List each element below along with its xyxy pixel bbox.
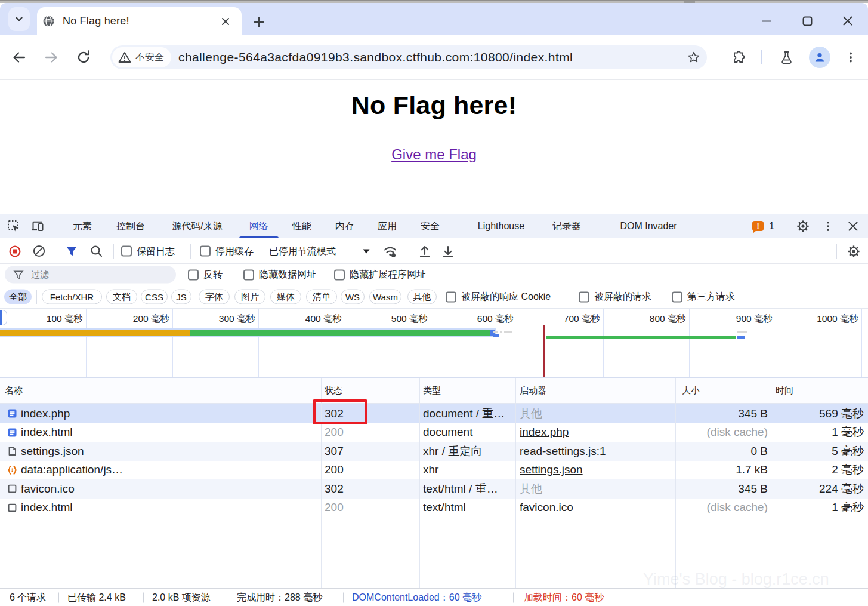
window-minimize-button[interactable] — [746, 10, 787, 32]
table-row[interactable]: favicon.ico302text/html / 重…其他345 B224 毫… — [0, 479, 868, 499]
request-initiator[interactable]: read-settings.js:1 — [520, 445, 606, 458]
preserve-log-checkbox[interactable]: 保留日志 — [121, 245, 175, 257]
bookmark-star-button[interactable] — [682, 45, 706, 69]
devtools-tab-11[interactable]: DOM Invader — [620, 214, 677, 238]
blocked-cookies-checkbox[interactable]: 被屏蔽的响应 Cookie — [446, 291, 551, 303]
record-network-log-button[interactable] — [5, 241, 25, 262]
disable-cache-checkbox[interactable]: 停用缓存 — [200, 245, 254, 257]
document-blue-icon — [7, 408, 17, 419]
devtools-tab-1[interactable]: 元素 — [73, 214, 92, 238]
profile-button[interactable] — [807, 44, 833, 70]
request-name: favicon.ico — [21, 482, 75, 496]
page-content: No Flag here! Give me Flag — [0, 79, 868, 214]
table-row[interactable]: index.html200text/htmlfavicon.ico(disk c… — [0, 499, 868, 518]
column-header-4[interactable]: 启动器 — [520, 378, 673, 404]
devtools-tab-7[interactable]: 应用 — [378, 214, 397, 238]
throttling-value: 已停用节流模式 — [269, 245, 336, 256]
column-separator — [515, 378, 516, 588]
window-close-button[interactable] — [827, 10, 868, 32]
devtools-tab-8[interactable]: 安全 — [421, 214, 440, 238]
overview-time-label: 700 毫秒 — [564, 313, 600, 325]
devtools-more-button[interactable] — [818, 216, 838, 236]
filter-chip-12[interactable]: 其他 — [407, 290, 437, 304]
back-button[interactable] — [7, 45, 31, 69]
hide-data-urls-checkbox-box[interactable] — [243, 269, 254, 280]
table-row[interactable]: index.html200documentindex.php(disk cach… — [0, 423, 868, 442]
filter-chip-6[interactable]: 字体 — [199, 290, 230, 304]
devtools-tab-4[interactable]: 网络 — [249, 214, 268, 238]
clear-network-log-button[interactable] — [29, 241, 49, 262]
preserve-log-checkbox-box[interactable] — [121, 246, 132, 257]
forward-button[interactable] — [39, 45, 63, 69]
filter-chip-9[interactable]: 清单 — [306, 290, 337, 304]
chrome-labs-button[interactable] — [774, 45, 798, 69]
filter-chip-11[interactable]: Wasm — [369, 290, 401, 304]
request-initiator[interactable]: favicon.ico — [520, 501, 573, 514]
invert-checkbox[interactable]: 反转 — [188, 269, 223, 281]
hide-extension-urls-checkbox-box[interactable] — [334, 269, 345, 280]
tab-search-button[interactable] — [8, 7, 30, 31]
filter-chip-3[interactable]: 文档 — [106, 290, 137, 304]
hide-extension-urls-checkbox[interactable]: 隐藏扩展程序网址 — [334, 269, 426, 281]
request-initiator: 其他 — [520, 406, 542, 422]
devtools-settings-button[interactable] — [793, 216, 813, 236]
filter-toggle-button[interactable] — [61, 241, 82, 262]
issues-badge[interactable]: ! 1 — [752, 221, 774, 232]
third-party-checkbox[interactable]: 第三方请求 — [672, 291, 735, 303]
request-initiator[interactable]: index.php — [520, 426, 569, 439]
disable-cache-checkbox-box[interactable] — [200, 246, 211, 257]
devtools-tab-10[interactable]: 记录器 — [552, 214, 581, 238]
gear-icon — [796, 220, 810, 233]
hide-data-urls-checkbox[interactable]: 隐藏数据网址 — [243, 269, 316, 281]
browser-menu-button[interactable] — [839, 45, 863, 69]
window-maximize-button[interactable] — [787, 10, 827, 32]
export-har-button[interactable] — [438, 241, 458, 262]
devtools-tab-2[interactable]: 控制台 — [116, 214, 145, 238]
search-button[interactable] — [86, 241, 106, 262]
filter-input[interactable]: 过滤 — [5, 266, 176, 284]
blocked-requests-checkbox[interactable]: 被屏蔽的请求 — [579, 291, 651, 303]
blocked-requests-checkbox-box[interactable] — [579, 291, 589, 302]
table-row[interactable]: settings.json307xhr / 重定向read-settings.j… — [0, 442, 868, 461]
url-text[interactable]: challenge-564a3acfda0919b3.sandbox.ctfhu… — [178, 50, 682, 64]
devtools-tab-6[interactable]: 内存 — [335, 214, 354, 238]
reload-button[interactable] — [72, 45, 95, 69]
request-initiator[interactable]: settings.json — [520, 463, 583, 476]
filter-chip-8[interactable]: 媒体 — [270, 290, 301, 304]
throttling-select[interactable]: 已停用节流模式 — [269, 245, 336, 257]
filter-chip-10[interactable]: WS — [341, 290, 365, 304]
blocked-cookies-checkbox-box[interactable] — [446, 291, 456, 302]
table-row[interactable]: index.php302document / 重…其他345 B569 毫秒 — [0, 404, 868, 423]
column-header-6[interactable]: 时间 — [776, 378, 866, 404]
devtools-tab-5[interactable]: 性能 — [292, 214, 311, 238]
statusbar-item-5: DOMContentLoaded：60 毫秒 — [352, 592, 481, 604]
network-overview-timeline[interactable]: 100 毫秒200 毫秒300 毫秒400 毫秒500 毫秒600 毫秒700 … — [0, 309, 868, 378]
devtools-tab-9[interactable]: Lighthouse — [478, 214, 524, 238]
filter-chip-1[interactable]: 全部 — [4, 290, 32, 304]
filter-chip-4[interactable]: CSS — [141, 290, 168, 304]
new-tab-button[interactable] — [251, 14, 267, 30]
network-settings-button[interactable] — [844, 241, 864, 262]
toolbar-divider — [761, 50, 762, 64]
dropdown-caret-icon[interactable] — [362, 248, 370, 254]
extensions-button[interactable] — [727, 45, 750, 69]
import-har-button[interactable] — [415, 241, 435, 262]
filter-chip-5[interactable]: JS — [171, 290, 191, 304]
third-party-checkbox-box[interactable] — [672, 291, 682, 302]
overview-drag-handle[interactable] — [0, 310, 7, 325]
column-header-1[interactable]: 名称 — [5, 378, 319, 404]
filter-chip-7[interactable]: 图片 — [234, 290, 265, 304]
column-header-5[interactable]: 大小 — [682, 378, 768, 404]
address-bar[interactable]: 不安全 challenge-564a3acfda0919b3.sandbox.c… — [110, 45, 707, 69]
column-header-3[interactable]: 类型 — [423, 378, 513, 404]
security-chip[interactable]: 不安全 — [112, 47, 171, 67]
network-conditions-button[interactable] — [380, 241, 400, 262]
devtools-tab-3[interactable]: 源代码/来源 — [172, 214, 222, 238]
give-me-flag-link[interactable]: Give me Flag — [391, 146, 477, 163]
devtools-close-button[interactable] — [843, 216, 863, 236]
browser-tab[interactable]: No Flag here! — [37, 7, 242, 35]
tab-close-icon[interactable] — [220, 16, 231, 27]
table-row[interactable]: data:application/js…200xhrsettings.json1… — [0, 461, 868, 480]
invert-checkbox-box[interactable] — [188, 269, 199, 280]
filter-chip-2[interactable]: Fetch/XHR — [42, 290, 102, 304]
